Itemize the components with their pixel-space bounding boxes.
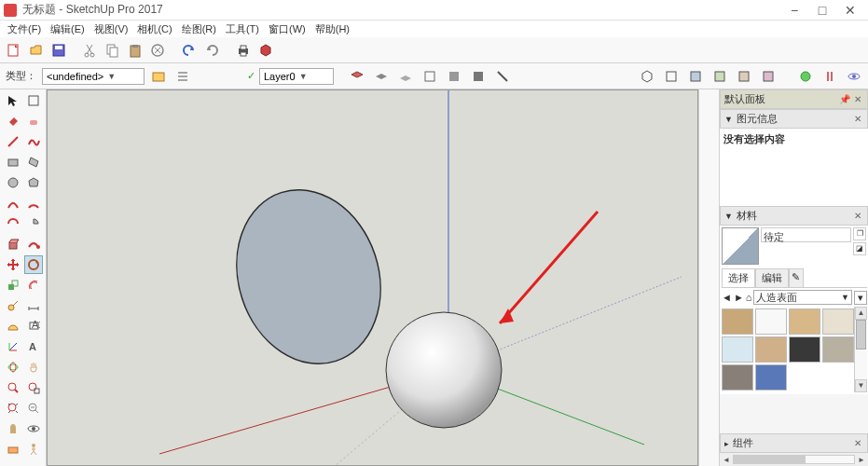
material-swatch[interactable] (722, 308, 753, 335)
zoom-extents-tool[interactable] (4, 399, 22, 418)
freehand-tool[interactable] (24, 132, 43, 151)
model-info-button[interactable] (255, 40, 276, 61)
layer-combo[interactable]: Layer0 ▼ (259, 68, 334, 85)
section-plane-tool[interactable] (4, 440, 22, 459)
tray-bottom-scroll[interactable]: ◄ ► (720, 453, 868, 466)
menu-edit[interactable]: 编辑(E) (47, 22, 89, 36)
component-browse-button[interactable] (148, 66, 169, 87)
material-swatch[interactable] (755, 364, 787, 391)
pan-tool[interactable] (24, 358, 43, 377)
tray-title-bar[interactable]: 默认面板 📌 ✕ (720, 89, 868, 109)
front-view-button[interactable] (685, 66, 706, 87)
walk-tool[interactable] (24, 440, 43, 459)
fog-button[interactable] (395, 66, 416, 87)
material-name-field[interactable]: 待定 (761, 227, 851, 242)
top-view-button[interactable] (661, 66, 682, 87)
look-around-tool[interactable] (24, 419, 43, 438)
maximize-button[interactable]: □ (808, 3, 836, 18)
zoom-tool[interactable] (4, 378, 22, 397)
current-material-swatch[interactable] (722, 227, 759, 265)
eraser-tool[interactable] (24, 112, 43, 130)
redo-button[interactable] (201, 40, 222, 61)
select-tab[interactable]: 选择 (722, 268, 755, 287)
home-icon[interactable]: ⌂ (746, 292, 752, 303)
menu-file[interactable]: 文件(F) (4, 22, 45, 36)
materials-scrollbar[interactable]: ▲ ▼ (854, 307, 867, 392)
3d-text-tool[interactable]: A (24, 337, 43, 356)
forward-icon[interactable]: ► (734, 292, 744, 303)
material-swatch[interactable] (722, 364, 753, 391)
previous-view-tool[interactable] (24, 399, 43, 418)
shadow-button[interactable] (371, 66, 392, 87)
rotate-tool[interactable] (24, 255, 43, 274)
entity-info-header[interactable]: ▼ 图元信息 ✕ (720, 109, 868, 129)
arc-tool[interactable] (4, 194, 22, 212)
backedges-button[interactable] (444, 66, 464, 87)
close-panel-icon[interactable]: ✕ (852, 211, 863, 221)
layer-manager-button[interactable] (347, 66, 367, 87)
scroll-thumb[interactable] (856, 320, 866, 350)
collection-combo[interactable]: 人造表面 ▼ (753, 290, 852, 305)
zoom-window-tool[interactable] (24, 378, 43, 397)
rotated-rect-tool[interactable] (24, 153, 43, 171)
component-options-button[interactable] (172, 66, 193, 87)
rectangle-tool[interactable] (4, 153, 22, 171)
material-swatch[interactable] (789, 336, 820, 363)
menu-tools[interactable]: 工具(T) (222, 22, 263, 36)
dimension-tool[interactable] (24, 296, 43, 315)
right-view-button[interactable] (710, 66, 730, 87)
delete-button[interactable] (147, 40, 168, 61)
tape-measure-tool[interactable] (4, 296, 22, 315)
back-view-button[interactable] (734, 66, 754, 87)
close-button[interactable]: ✕ (836, 3, 864, 18)
pie-tool[interactable] (24, 214, 43, 233)
type-combo[interactable]: <undefined> ▼ (42, 68, 145, 85)
hidden-geom-button[interactable] (468, 66, 489, 87)
scroll-up-button[interactable]: ▲ (855, 307, 867, 320)
text-tool[interactable]: A1 (24, 317, 43, 336)
look-around-button[interactable] (844, 66, 864, 87)
push-pull-tool[interactable] (4, 235, 22, 254)
scale-tool[interactable] (4, 276, 22, 295)
copy-button[interactable] (103, 40, 123, 61)
material-swatch[interactable] (755, 308, 787, 335)
xray-button[interactable] (420, 66, 440, 87)
undo-button[interactable] (179, 40, 200, 61)
follow-me-tool[interactable] (24, 235, 43, 254)
make-component-tool[interactable] (24, 91, 43, 110)
open-button[interactable] (26, 40, 47, 61)
circle-tool[interactable] (4, 173, 22, 192)
offset-tool[interactable] (24, 276, 43, 295)
protractor-tool[interactable] (4, 317, 22, 336)
close-panel-icon[interactable]: ✕ (852, 438, 863, 448)
create-material-button[interactable]: ❐ (853, 227, 866, 240)
position-camera-tool[interactable] (4, 419, 22, 438)
menu-draw[interactable]: 绘图(R) (178, 22, 220, 36)
scroll-down-button[interactable]: ▼ (855, 379, 867, 392)
print-button[interactable] (233, 40, 254, 61)
walk-button[interactable] (820, 66, 840, 87)
line-tool[interactable] (4, 132, 22, 151)
two-point-arc-tool[interactable] (24, 194, 43, 212)
position-camera-button[interactable] (795, 66, 816, 87)
polygon-tool[interactable] (24, 173, 43, 192)
edit-tab[interactable]: 编辑 (755, 268, 789, 287)
menu-window[interactable]: 窗口(W) (265, 22, 310, 36)
paint-bucket-tool[interactable] (4, 112, 22, 130)
minimize-button[interactable]: − (780, 3, 808, 18)
menu-view[interactable]: 视图(V) (90, 22, 132, 36)
viewport-3d[interactable] (47, 89, 698, 466)
menu-help[interactable]: 帮助(H) (311, 22, 353, 36)
eyedropper-tab[interactable]: ✎ (789, 268, 804, 287)
move-tool[interactable] (4, 255, 22, 274)
back-icon[interactable]: ◄ (722, 292, 732, 303)
save-button[interactable] (48, 40, 69, 61)
material-swatch[interactable] (822, 336, 854, 363)
left-view-button[interactable] (758, 66, 778, 87)
section-button[interactable] (492, 66, 513, 87)
material-swatch[interactable] (789, 308, 820, 335)
components-header[interactable]: ▸ 组件 ✕ (720, 433, 868, 453)
three-point-arc-tool[interactable] (4, 214, 22, 233)
select-tool[interactable] (4, 91, 22, 110)
new-button[interactable] (4, 40, 24, 61)
